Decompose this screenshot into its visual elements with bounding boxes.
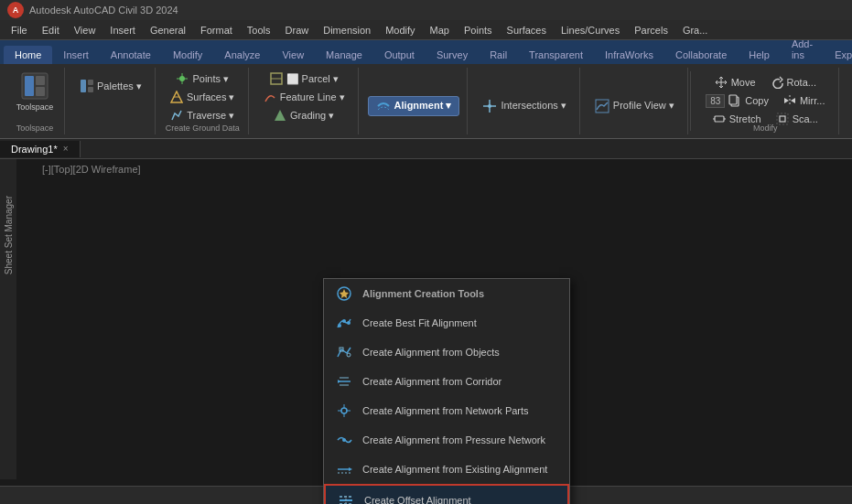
copy-label: Copy: [745, 95, 769, 106]
parcel-icon: [270, 72, 283, 85]
ribbon-group-palettes: Palettes ▾: [67, 68, 156, 134]
dropdown-item-from-network[interactable]: Create Alignment from Network Parts: [324, 396, 569, 425]
rotate-button[interactable]: Rota...: [765, 73, 822, 91]
dropdown-item-from-corridor-label: Create Alignment from Corridor: [362, 376, 501, 387]
tab-output[interactable]: Output: [373, 46, 426, 64]
tab-add-ins[interactable]: Add-ins: [781, 35, 824, 64]
svg-marker-43: [349, 467, 352, 471]
drawing-tab[interactable]: Drawing1* ×: [0, 141, 81, 157]
close-tab-icon[interactable]: ×: [63, 144, 69, 154]
menu-map[interactable]: Map: [423, 20, 457, 39]
surfaces-label: Surfaces ▾: [187, 91, 234, 103]
from-objects-icon: [335, 343, 353, 361]
alignment-icon: [376, 99, 391, 113]
toolspace-button[interactable]: Toolspace: [13, 70, 57, 113]
mirror-icon: [783, 94, 796, 107]
parcel-button[interactable]: ⬜ Parcel ▾: [264, 70, 344, 88]
svg-marker-14: [275, 110, 286, 121]
points-icon: [176, 72, 189, 85]
dropdown-item-from-corridor[interactable]: Create Alignment from Corridor: [324, 367, 569, 396]
menu-gra[interactable]: Gra...: [675, 20, 716, 39]
dropdown-item-from-pressure-label: Create Alignment from Pressure Network: [362, 434, 545, 445]
menu-file[interactable]: File: [4, 20, 35, 39]
points-button[interactable]: Points ▾: [170, 70, 234, 88]
dropdown-item-from-existing[interactable]: Create Alignment from Existing Alignment: [324, 455, 569, 484]
menu-format[interactable]: Format: [193, 20, 240, 39]
rotate-icon: [771, 76, 783, 89]
tab-insert[interactable]: Insert: [52, 46, 100, 64]
menu-insert[interactable]: Insert: [102, 20, 143, 39]
svg-rect-20: [729, 95, 737, 104]
traverse-button[interactable]: Traverse ▾: [165, 106, 240, 124]
grading-button[interactable]: Grading ▾: [268, 106, 340, 124]
tab-home[interactable]: Home: [4, 46, 52, 64]
left-panel: Sheet Set Manager: [0, 159, 16, 479]
from-corridor-icon: [335, 372, 353, 391]
feature-line-icon: [264, 91, 276, 103]
menu-general[interactable]: General: [143, 20, 193, 39]
tab-modify[interactable]: Modify: [162, 46, 213, 64]
profile-view-button[interactable]: Profile View ▾: [589, 97, 680, 115]
menu-parcels[interactable]: Parcels: [627, 20, 675, 39]
tab-infraworks[interactable]: InfraWorks: [594, 46, 664, 64]
dropdown-item-creation-tools[interactable]: Alignment Creation Tools: [324, 279, 569, 308]
drawing-tab-label: Drawing1*: [11, 144, 58, 155]
dropdown-item-from-existing-label: Create Alignment from Existing Alignment: [362, 464, 547, 475]
menu-edit[interactable]: Edit: [35, 20, 67, 39]
feature-line-button[interactable]: Feature Line ▾: [258, 88, 351, 106]
menu-dimension[interactable]: Dimension: [316, 20, 378, 39]
dropdown-item-offset-label: Create Offset Alignment: [364, 495, 471, 504]
menu-modify[interactable]: Modify: [378, 20, 422, 39]
menu-points[interactable]: Points: [457, 20, 500, 39]
menu-lines-curves[interactable]: Lines/Curves: [554, 20, 627, 39]
toolspace-label: Toolspace: [16, 102, 54, 112]
mirror-button[interactable]: Mirr...: [778, 91, 831, 110]
modify-group-label: Modify: [693, 123, 838, 133]
tab-collaborate[interactable]: Collaborate: [664, 46, 738, 64]
copy-button[interactable]: 83 Copy: [700, 91, 774, 110]
tab-manage[interactable]: Manage: [315, 46, 373, 64]
tab-rail[interactable]: Rail: [479, 46, 518, 64]
menu-tools[interactable]: Tools: [240, 20, 278, 39]
surfaces-button[interactable]: Surfaces ▾: [165, 88, 240, 106]
tab-annotate[interactable]: Annotate: [100, 46, 162, 64]
from-existing-icon: [335, 460, 353, 478]
palettes-icon: [80, 79, 94, 93]
svg-marker-23: [791, 98, 795, 103]
svg-marker-36: [338, 380, 340, 383]
rotate-label: Rota...: [787, 77, 816, 88]
points-label: Points ▾: [192, 73, 229, 85]
dropdown-item-from-pressure[interactable]: Create Alignment from Pressure Network: [324, 425, 569, 455]
tab-express[interactable]: Expre...: [824, 46, 852, 64]
svg-rect-4: [81, 80, 86, 92]
tab-analyze[interactable]: Analyze: [213, 46, 271, 64]
dropdown-item-from-network-label: Create Alignment from Network Parts: [362, 405, 529, 416]
alignment-dropdown: Alignment Creation Tools Create Best Fit…: [323, 278, 570, 504]
intersections-button[interactable]: Intersections ▾: [477, 97, 571, 115]
from-network-icon: [335, 402, 353, 420]
move-label: Move: [731, 77, 756, 88]
svg-marker-30: [340, 289, 349, 298]
menu-draw[interactable]: Draw: [278, 20, 317, 39]
tab-transparent[interactable]: Transparent: [518, 46, 594, 64]
grading-label: Grading ▾: [290, 110, 334, 122]
tab-survey[interactable]: Survey: [426, 46, 479, 64]
tab-help[interactable]: Help: [738, 46, 781, 64]
dropdown-item-from-objects[interactable]: Create Alignment from Objects: [324, 338, 569, 367]
alignment-button[interactable]: Alignment ▾: [368, 96, 460, 116]
ground-data-label: Create Ground Data: [157, 123, 248, 133]
svg-rect-24: [715, 116, 724, 122]
best-fit-icon: [335, 314, 353, 332]
move-button[interactable]: Move: [709, 73, 761, 91]
svg-rect-6: [88, 87, 93, 92]
menu-view[interactable]: View: [67, 20, 103, 39]
app-logo: A: [7, 2, 24, 18]
dropdown-item-offset[interactable]: Create Offset Alignment: [324, 484, 569, 504]
palettes-button[interactable]: Palettes ▾: [74, 77, 147, 95]
drawing-area: Sheet Set Manager [-][Top][2D Wireframe]…: [0, 159, 852, 497]
dropdown-item-best-fit[interactable]: Create Best Fit Alignment: [324, 308, 569, 338]
tab-view[interactable]: View: [271, 46, 315, 64]
viewport-label: [-][Top][2D Wireframe]: [38, 163, 145, 176]
menu-surfaces[interactable]: Surfaces: [500, 20, 554, 39]
ribbon-group-toolspace: Toolspace Toolspace: [5, 68, 65, 134]
